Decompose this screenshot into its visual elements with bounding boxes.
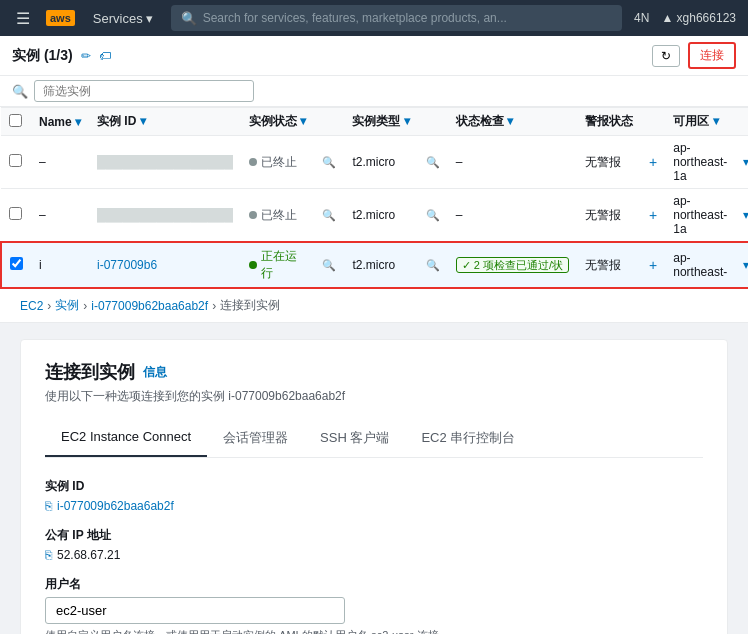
connect-panel: 连接到实例 信息 使用以下一种选项连接到您的实例 i-077009b62baa6… [20, 339, 728, 634]
search-icon: 🔍 [426, 209, 440, 221]
table-row: – ████████████████ 已终止 🔍 t2.micro 🔍 – 无警… [1, 136, 748, 189]
services-button[interactable]: Services ▾ [87, 7, 159, 30]
username-input[interactable] [45, 597, 345, 624]
search-icon: 🔍 [322, 259, 336, 271]
col-az: 可用区 ▾ [665, 108, 735, 136]
hamburger-icon[interactable]: ☰ [12, 5, 34, 32]
copy-icon[interactable]: ⎘ [45, 548, 52, 562]
instances-search-row: 🔍 [0, 76, 748, 107]
col-instance-id: 实例 ID ▾ [89, 108, 241, 136]
col-status-check: 状态检查 ▾ [448, 108, 577, 136]
col-alarm-add [641, 108, 665, 136]
search-icon: 🔍 [12, 84, 28, 99]
col-checkbox [1, 108, 31, 136]
row-status: 已终止 [241, 136, 314, 189]
instances-table-container: Name ▾ 实例 ID ▾ 实例状态 ▾ 实例类型 ▾ 状态检查 ▾ 警报状态… [0, 107, 748, 289]
tag-filter-icon: ▾ [743, 155, 748, 169]
row-name: – [31, 136, 89, 189]
row-instance-id: i-077009b6 [89, 242, 241, 288]
aws-logo: aws [46, 10, 75, 26]
row-alarm: 无警报 [577, 136, 641, 189]
public-ip-label: 公有 IP 地址 [45, 527, 703, 544]
username-label: 用户名 [45, 576, 703, 593]
row-name: i [31, 242, 89, 288]
topbar-right-actions: 4N ▲ xgh666123 [634, 11, 736, 25]
instance-id-label: 实例 ID [45, 478, 703, 495]
col-alarm: 警报状态 [577, 108, 641, 136]
row-instance-id: ████████████████ [89, 136, 241, 189]
search-icon: 🔍 [181, 11, 197, 26]
row-alarm: 无警报 [577, 242, 641, 288]
instances-search-input[interactable] [34, 80, 254, 102]
info-link[interactable]: 信息 [143, 364, 167, 381]
connect-button[interactable]: 连接 [688, 42, 736, 69]
connect-subtitle: 使用以下一种选项连接到您的实例 i-077009b62baa6ab2f [45, 388, 703, 405]
search-icon: 🔍 [322, 209, 336, 221]
breadcrumb-instance-id[interactable]: i-077009b62baa6ab2f [91, 299, 208, 313]
add-alarm-icon[interactable]: + [649, 257, 657, 273]
region-selector[interactable]: 4N [634, 11, 649, 25]
search-icon: 🔍 [426, 259, 440, 271]
row-status: 正在运行 [241, 242, 314, 288]
row-status-check: ✓ 2 项检查已通过/状 [448, 242, 577, 288]
tag-filter-icon: ▾ [743, 208, 748, 222]
tab-ec2-instance-connect[interactable]: EC2 Instance Connect [45, 421, 207, 457]
col-status: 实例状态 ▾ [241, 108, 314, 136]
row-checkbox-cell [1, 136, 31, 189]
search-icon: 🔍 [426, 156, 440, 168]
row-checkbox-cell [1, 189, 31, 243]
breadcrumb: EC2 › 实例 › i-077009b62baa6ab2f › 连接到实例 [0, 289, 748, 323]
row-name: – [31, 189, 89, 243]
search-icon: 🔍 [322, 156, 336, 168]
row-az: ap-northeast- [665, 242, 735, 288]
add-alarm-icon[interactable]: + [649, 154, 657, 170]
row-type: t2.micro [344, 242, 417, 288]
row-instance-id: ████████████████ [89, 189, 241, 243]
col-az-tag [735, 108, 748, 136]
breadcrumb-instances[interactable]: 实例 [55, 297, 79, 314]
col-type: 实例类型 ▾ [344, 108, 417, 136]
main-panel: EC2 › 实例 › i-077009b62baa6ab2f › 连接到实例 连… [0, 289, 748, 634]
row-status: 已终止 [241, 189, 314, 243]
row-status-check: – [448, 136, 577, 189]
public-ip-value: ⎘ 52.68.67.21 [45, 548, 703, 562]
row-az: ap-northeast-1a [665, 136, 735, 189]
row-type: t2.micro [344, 189, 417, 243]
row-checkbox[interactable] [9, 207, 22, 220]
global-search-input[interactable] [203, 11, 612, 25]
row-type: t2.micro [344, 136, 417, 189]
col-name: Name ▾ [31, 108, 89, 136]
table-row-selected: i i-077009b6 正在运行 🔍 t2.micro 🔍 ✓ 2 项检查已通… [1, 242, 748, 288]
tab-ssh-client[interactable]: SSH 客户端 [304, 421, 405, 457]
row-checkbox[interactable] [9, 154, 22, 167]
refresh-button[interactable]: ↻ [652, 45, 680, 67]
username-hint: 使用自定义用户名连接，或使用用于启动实例的 AMI 的默认用户名 ec2-use… [45, 628, 703, 634]
aws-logo-box: aws [46, 10, 75, 26]
instance-id-value: ⎘ i-077009b62baa6ab2f [45, 499, 703, 513]
instances-table: Name ▾ 实例 ID ▾ 实例状态 ▾ 实例类型 ▾ 状态检查 ▾ 警报状态… [0, 107, 748, 289]
tab-ec2-serial-console[interactable]: EC2 串行控制台 [405, 421, 531, 457]
tag-icon: 🏷 [99, 49, 111, 63]
breadcrumb-ec2[interactable]: EC2 [20, 299, 43, 313]
breadcrumb-page: 连接到实例 [220, 297, 280, 314]
add-alarm-icon[interactable]: + [649, 207, 657, 223]
select-all-checkbox[interactable] [9, 114, 22, 127]
instance-id-section: 实例 ID ⎘ i-077009b62baa6ab2f [45, 478, 703, 513]
tab-session-manager[interactable]: 会话管理器 [207, 421, 304, 457]
col-status-icon [314, 108, 344, 136]
instances-title: 实例 (1/3) [12, 47, 73, 65]
table-row: – ████████████████ 已终止 🔍 t2.micro 🔍 – 无警… [1, 189, 748, 243]
public-ip-section: 公有 IP 地址 ⎘ 52.68.67.21 [45, 527, 703, 562]
row-status-check: – [448, 189, 577, 243]
global-search-bar[interactable]: 🔍 [171, 5, 622, 31]
chevron-down-icon: ▾ [146, 11, 153, 26]
instances-panel-header: 实例 (1/3) ✏ 🏷 ↻ 连接 [0, 36, 748, 76]
connect-title: 连接到实例 信息 [45, 360, 703, 384]
row-checkbox[interactable] [10, 257, 23, 270]
row-az: ap-northeast-1a [665, 189, 735, 243]
copy-icon[interactable]: ⎘ [45, 499, 52, 513]
username-section: 用户名 使用自定义用户名连接，或使用用于启动实例的 AMI 的默认用户名 ec2… [45, 576, 703, 634]
col-type-icon [418, 108, 448, 136]
row-alarm: 无警报 [577, 189, 641, 243]
user-menu[interactable]: ▲ xgh666123 [661, 11, 736, 25]
